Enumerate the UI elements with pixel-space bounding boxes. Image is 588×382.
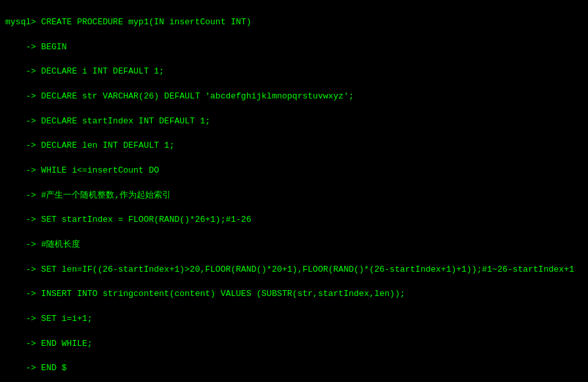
line-end: -> END $: [5, 363, 67, 373]
line-set-startindex: -> SET startIndex = FLOOR(RAND()*26+1);#…: [5, 215, 251, 224]
line-declare-startindex: -> DECLARE startIndex INT DEFAULT 1;: [5, 116, 210, 126]
line-set-len: -> SET len=IF((26-startIndex+1)>20,FLOOR…: [5, 265, 574, 274]
line-set-i: -> SET i=i+1;: [5, 314, 93, 324]
line-declare-len: -> DECLARE len INT DEFAULT 1;: [5, 140, 174, 150]
line-comment-startindex: -> #产生一个随机整数,作为起始索引: [5, 190, 171, 200]
line-comment-len: -> #随机长度: [5, 240, 80, 249]
line-declare-i: -> DECLARE i INT DEFAULT 1;: [5, 66, 164, 76]
line-begin: -> BEGIN: [5, 42, 67, 52]
line-create-procedure: mysql> CREATE PROCEDURE myp1(IN insertCo…: [5, 17, 251, 27]
line-while: -> WHILE i<=insertCount DO: [5, 165, 159, 175]
line-end-while: -> END WHILE;: [5, 339, 93, 349]
terminal-output: mysql> CREATE PROCEDURE myp1(IN insertCo…: [5, 4, 583, 382]
line-insert: -> INSERT INTO stringcontent(content) VA…: [5, 289, 405, 299]
line-declare-str: -> DECLARE str VARCHAR(26) DEFAULT 'abcd…: [5, 91, 354, 101]
